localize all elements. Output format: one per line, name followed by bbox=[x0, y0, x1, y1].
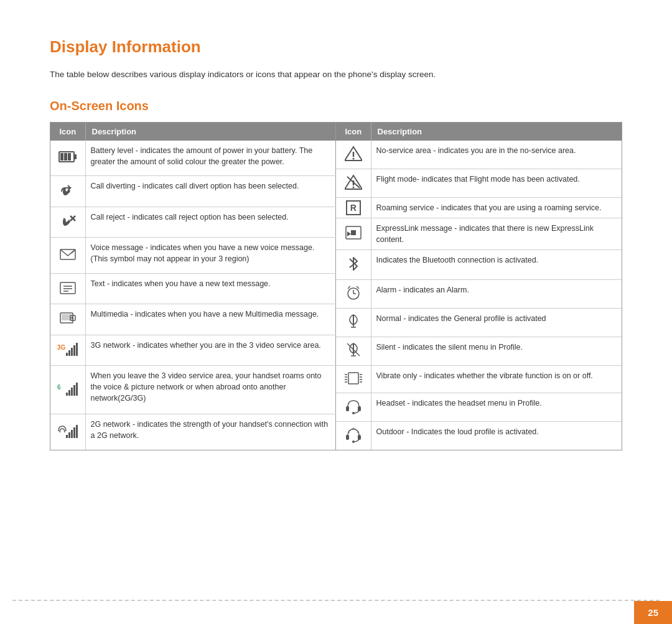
icon-cell-silent bbox=[336, 337, 371, 365]
svg-rect-28 bbox=[76, 383, 78, 396]
table-row: ExpressLink message - indicates that the… bbox=[336, 218, 622, 249]
svg-rect-19 bbox=[68, 350, 70, 356]
table-row: Call reject - indicates call reject opti… bbox=[50, 207, 336, 237]
svg-rect-54 bbox=[348, 373, 358, 384]
right-icon-header: Icon bbox=[336, 123, 371, 141]
svg-line-48 bbox=[357, 286, 359, 289]
desc-cell-3g: 3G network - indicates whether you are i… bbox=[85, 335, 336, 365]
desc-cell-headset: Headset - indicates the headset menu in … bbox=[371, 393, 622, 421]
desc-cell-alarm: Alarm - indicates an Alarm. bbox=[371, 279, 622, 308]
desc-cell-no-service: No-service area - indicates you are in t… bbox=[371, 141, 622, 169]
icon-cell-roaming-r: R bbox=[336, 197, 371, 218]
table-row: Indicates the Bluetooth connection is ac… bbox=[336, 249, 622, 279]
icon-cell-alarm bbox=[336, 279, 371, 308]
svg-rect-21 bbox=[73, 345, 75, 356]
icon-cell-roam: 6 bbox=[50, 366, 85, 414]
left-desc-header: Description bbox=[85, 123, 336, 141]
desc-cell-battery: Battery level - indicates the amount of … bbox=[85, 141, 336, 176]
svg-rect-24 bbox=[66, 393, 68, 396]
page-number: 25 bbox=[634, 601, 672, 624]
multimedia-icon bbox=[59, 311, 77, 326]
svg-rect-29 bbox=[66, 435, 68, 438]
svg-text:6: 6 bbox=[57, 384, 61, 391]
desc-cell-silent: Silent - indicates the silent menu in Pr… bbox=[371, 337, 622, 365]
icon-cell-normal bbox=[336, 308, 371, 337]
svg-rect-27 bbox=[73, 385, 75, 396]
table-row: Multimedia - indicates when you have a n… bbox=[50, 304, 336, 335]
footer-bar: 25 bbox=[0, 601, 672, 624]
3g-network-icon: 3G bbox=[57, 342, 78, 356]
table-row: 3G 3G network - indicates whether you ar… bbox=[50, 335, 336, 365]
table-row: 6 When you leave the 3 video service are… bbox=[50, 366, 336, 414]
normal-profile-icon bbox=[346, 314, 361, 330]
left-table: Icon Description bbox=[50, 123, 336, 450]
silent-icon bbox=[346, 342, 361, 358]
desc-cell-bluetooth: Indicates the Bluetooth connection is ac… bbox=[371, 249, 622, 279]
table-row: Vibrate only - indicates whether the vib… bbox=[336, 365, 622, 393]
icon-cell-outdoor bbox=[336, 421, 371, 450]
desc-cell-outdoor: Outdoor - Indicates the loud profile is … bbox=[371, 421, 622, 450]
svg-rect-1 bbox=[74, 154, 77, 159]
intro-text: The table below describes various displa… bbox=[50, 68, 622, 81]
icon-cell-battery bbox=[50, 141, 85, 176]
svg-marker-43 bbox=[347, 231, 351, 236]
table-row: Alarm - indicates an Alarm. bbox=[336, 279, 622, 308]
svg-rect-42 bbox=[351, 230, 356, 235]
desc-cell-multimedia: Multimedia - indicates when you have a n… bbox=[85, 304, 336, 335]
flight-mode-icon bbox=[345, 174, 362, 190]
svg-line-47 bbox=[348, 286, 350, 289]
svg-rect-30 bbox=[68, 432, 70, 438]
desc-cell-roaming: Roaming service - indicates that you are… bbox=[371, 197, 622, 218]
desc-cell-voicemail: Voice message - indicates when you have … bbox=[85, 238, 336, 274]
text-message-icon bbox=[59, 281, 77, 296]
icon-cell-bluetooth bbox=[336, 249, 371, 279]
svg-rect-66 bbox=[346, 435, 349, 440]
icon-cell-2g bbox=[50, 414, 85, 450]
page-footer: 25 bbox=[0, 600, 672, 624]
table-row: Normal - indicates the General profile i… bbox=[336, 308, 622, 337]
icon-cell-call-divert bbox=[50, 176, 85, 207]
roaming-r-icon: R bbox=[346, 200, 361, 215]
svg-rect-9 bbox=[60, 282, 75, 294]
call-divert-icon bbox=[59, 183, 77, 198]
icon-cell-3g: 3G bbox=[50, 335, 85, 365]
svg-point-68 bbox=[352, 440, 355, 443]
table-row: R Roaming service - indicates that you a… bbox=[336, 197, 622, 218]
table-row: Battery level - indicates the amount of … bbox=[50, 141, 336, 176]
icon-cell-multimedia bbox=[50, 304, 85, 335]
table-row: Voice message - indicates when you have … bbox=[50, 238, 336, 274]
right-table: Icon Description No-service area - indic… bbox=[336, 123, 622, 450]
table-row: No-service area - indicates you are in t… bbox=[336, 141, 622, 169]
2g-network-icon bbox=[57, 424, 78, 439]
voicemail-icon bbox=[59, 247, 77, 262]
desc-cell-2g: 2G network - indicates the strength of y… bbox=[85, 414, 336, 450]
table-row: 2G network - indicates the strength of y… bbox=[50, 414, 336, 450]
roam-network-icon: 6 bbox=[57, 381, 78, 396]
desc-cell-expresslink: ExpressLink message - indicates that the… bbox=[371, 218, 622, 249]
left-icon-header: Icon bbox=[50, 123, 85, 141]
desc-cell-text: Text - indicates when you have a new tex… bbox=[85, 273, 336, 304]
outdoor-icon bbox=[345, 427, 362, 443]
svg-rect-33 bbox=[76, 425, 78, 438]
svg-rect-25 bbox=[68, 390, 70, 396]
desc-cell-vibrate: Vibrate only - indicates whether the vib… bbox=[371, 365, 622, 393]
table-row: Text - indicates when you have a new tex… bbox=[50, 273, 336, 304]
expresslink-icon bbox=[345, 225, 362, 240]
svg-rect-26 bbox=[71, 388, 73, 396]
desc-cell-call-reject: Call reject - indicates call reject opti… bbox=[85, 207, 336, 237]
right-desc-header: Description bbox=[371, 123, 622, 141]
desc-cell-flight: Flight mode- indicates that Flight mode … bbox=[371, 169, 622, 197]
icon-cell-vibrate bbox=[336, 365, 371, 393]
vibrate-icon bbox=[345, 371, 362, 386]
page-title: Display Information bbox=[50, 37, 622, 57]
icon-cell-flight bbox=[336, 169, 371, 197]
table-row: Outdoor - Indicates the loud profile is … bbox=[336, 421, 622, 450]
svg-rect-2 bbox=[60, 153, 63, 161]
svg-rect-4 bbox=[68, 153, 71, 161]
table-row: Call diverting - indicates call divert o… bbox=[50, 176, 336, 207]
battery-icon bbox=[58, 149, 77, 164]
table-row: Silent - indicates the silent menu in Pr… bbox=[336, 337, 622, 365]
desc-cell-normal: Normal - indicates the General profile i… bbox=[371, 308, 622, 337]
headset-icon bbox=[345, 398, 362, 414]
svg-text:3G: 3G bbox=[57, 344, 66, 351]
